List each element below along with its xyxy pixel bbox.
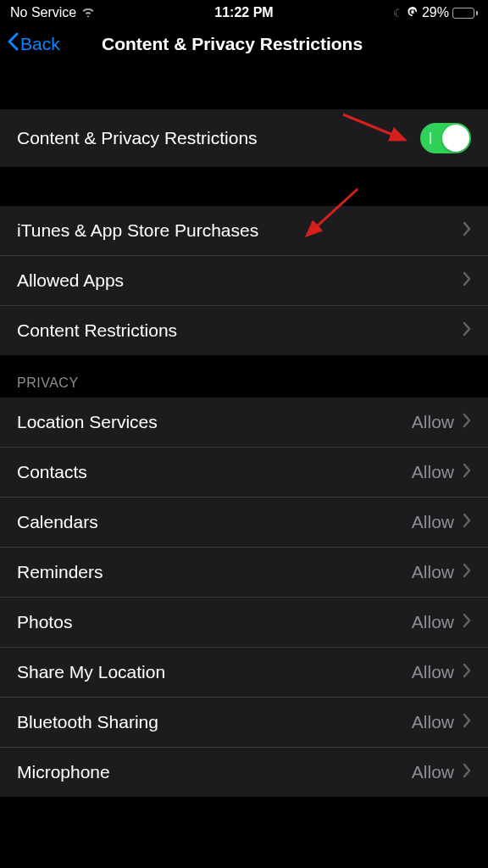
orientation-lock-icon: [407, 6, 419, 20]
row-label: Microphone: [17, 762, 110, 782]
row-label: Calendars: [17, 512, 98, 532]
content-restrictions-row[interactable]: Content Restrictions: [0, 306, 488, 355]
chevron-right-icon: [463, 461, 471, 483]
contacts-row[interactable]: Contacts Allow: [0, 448, 488, 498]
chevron-right-icon: [463, 711, 471, 733]
row-label: Bluetooth Sharing: [17, 712, 158, 732]
row-value: Allow: [412, 712, 454, 732]
row-label: Contacts: [17, 462, 87, 482]
calendars-row[interactable]: Calendars Allow: [0, 498, 488, 548]
row-label: Photos: [17, 612, 72, 632]
chevron-right-icon: [463, 661, 471, 683]
row-value: Allow: [412, 562, 454, 582]
location-services-row[interactable]: Location Services Allow: [0, 398, 488, 448]
row-label: Content Restrictions: [17, 320, 177, 341]
share-my-location-row[interactable]: Share My Location Allow: [0, 648, 488, 698]
chevron-right-icon: [463, 561, 471, 583]
content-privacy-toggle-row[interactable]: Content & Privacy Restrictions: [0, 109, 488, 167]
status-time: 11:22 PM: [214, 5, 273, 20]
row-value: Allow: [412, 412, 454, 432]
privacy-section-header: PRIVACY: [0, 355, 488, 398]
chevron-left-icon: [7, 32, 19, 55]
row-label: Allowed Apps: [17, 270, 124, 291]
status-left: No Service: [10, 5, 95, 20]
main-toggle-group: Content & Privacy Restrictions: [0, 109, 488, 167]
battery-icon: [452, 8, 478, 19]
chevron-right-icon: [463, 611, 471, 633]
status-bar: No Service 11:22 PM ☾ 29%: [0, 0, 488, 24]
nav-bar: Back Content & Privacy Restrictions: [0, 24, 488, 67]
row-value: Allow: [412, 762, 454, 782]
content-privacy-toggle[interactable]: [420, 123, 471, 153]
reminders-row[interactable]: Reminders Allow: [0, 548, 488, 598]
microphone-row[interactable]: Microphone Allow: [0, 748, 488, 797]
carrier-label: No Service: [10, 5, 76, 20]
wifi-icon: [81, 5, 95, 20]
row-value: Allow: [412, 662, 454, 682]
photos-row[interactable]: Photos Allow: [0, 598, 488, 648]
row-value: Allow: [412, 612, 454, 632]
row-label: iTunes & App Store Purchases: [17, 220, 258, 241]
back-button[interactable]: Back: [7, 32, 60, 55]
chevron-right-icon: [463, 411, 471, 433]
allowed-apps-row[interactable]: Allowed Apps: [0, 256, 488, 306]
battery-percent: 29%: [422, 5, 449, 20]
toggle-label: Content & Privacy Restrictions: [17, 128, 258, 148]
chevron-right-icon: [463, 761, 471, 783]
row-label: Reminders: [17, 562, 103, 582]
chevron-right-icon: [463, 320, 471, 342]
status-right: ☾ 29%: [393, 5, 478, 20]
back-label: Back: [20, 34, 60, 54]
itunes-app-store-row[interactable]: iTunes & App Store Purchases: [0, 206, 488, 256]
row-value: Allow: [412, 462, 454, 482]
svg-rect-0: [411, 10, 413, 14]
chevron-right-icon: [463, 511, 471, 533]
chevron-right-icon: [463, 220, 471, 242]
privacy-group: Location Services Allow Contacts Allow C…: [0, 398, 488, 797]
dnd-moon-icon: ☾: [393, 7, 403, 19]
row-label: Location Services: [17, 412, 158, 432]
bluetooth-sharing-row[interactable]: Bluetooth Sharing Allow: [0, 698, 488, 748]
restriction-group: iTunes & App Store Purchases Allowed App…: [0, 206, 488, 355]
row-label: Share My Location: [17, 662, 165, 682]
page-title: Content & Privacy Restrictions: [102, 34, 363, 54]
chevron-right-icon: [463, 270, 471, 292]
row-value: Allow: [412, 512, 454, 532]
